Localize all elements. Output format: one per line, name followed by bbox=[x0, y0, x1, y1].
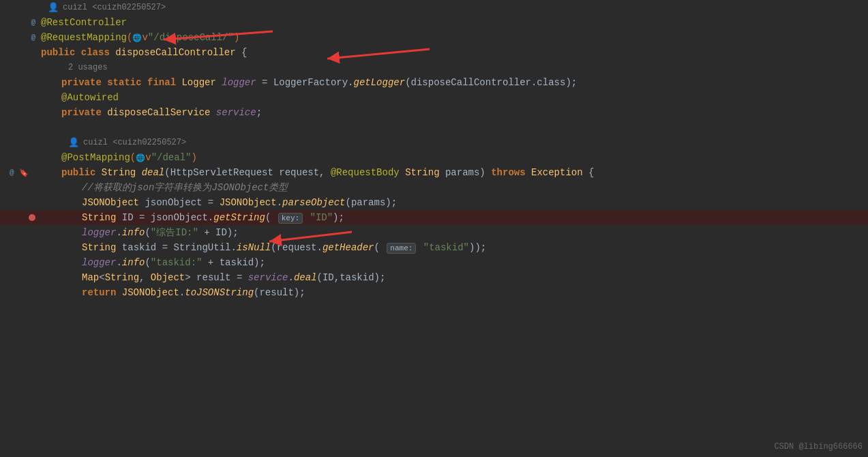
gutter-class-decl bbox=[0, 45, 41, 60]
code-editor: 👤 cuizl <cuizh02250527> @ @RestControlle… bbox=[0, 0, 868, 457]
code-logger: private static final Logger logger = Log… bbox=[41, 77, 868, 88]
gutter-rest-controller: @ bbox=[0, 15, 41, 30]
gutter-taskid bbox=[0, 240, 41, 255]
gutter-logger-info-id bbox=[0, 225, 41, 240]
line-service: private disposeCallService service; bbox=[0, 105, 868, 120]
user-annotation-1: 👤 cuizl <cuizh02250527> bbox=[0, 0, 868, 15]
code-return: return JSONObject.toJSONString(result); bbox=[41, 287, 868, 298]
gutter-map-result bbox=[0, 270, 41, 285]
code-logger-taskid: logger.info("taskid:" + taskid); bbox=[41, 257, 868, 268]
code-taskid: String taskid = StringUtil.isNull(reques… bbox=[41, 242, 868, 254]
gutter-comment bbox=[0, 180, 41, 195]
code-class-decl: public class disposeCallController { bbox=[41, 47, 868, 58]
line-request-mapping: @ @RequestMapping(🌐v"/disposeCall/") bbox=[0, 30, 868, 45]
gutter-json-object bbox=[0, 195, 41, 210]
breakpoint-dot bbox=[29, 214, 35, 221]
code-json-object: JSONObject jsonObject = JSONObject.parse… bbox=[41, 197, 868, 208]
line-autowired: @Autowired bbox=[0, 90, 868, 105]
gutter-deal-method: @ 🔖 bbox=[0, 165, 41, 180]
usages-line: 2 usages bbox=[0, 60, 868, 75]
line-deal-method: @ 🔖 public String deal(HttpServletReques… bbox=[0, 165, 868, 180]
line-logger: private static final Logger logger = Log… bbox=[0, 75, 868, 90]
gutter-post-mapping bbox=[0, 150, 41, 165]
annotation-rest-controller: @RestController bbox=[41, 17, 868, 28]
line-map-result: Map<String, Object> result = service.dea… bbox=[0, 270, 868, 285]
gutter-logger bbox=[0, 75, 41, 90]
annotation-post-mapping: @PostMapping(🌐v"/deal") bbox=[41, 152, 868, 163]
code-deal-method: public String deal(HttpServletRequest re… bbox=[41, 167, 868, 178]
line-taskid: String taskid = StringUtil.isNull(reques… bbox=[0, 240, 868, 255]
gutter-return bbox=[0, 285, 41, 300]
line-string-id: String ID = jsonObject.getString( key: "… bbox=[0, 210, 868, 225]
gutter-blank-1 bbox=[0, 120, 41, 135]
gutter-logger-taskid bbox=[0, 255, 41, 270]
code-service: private disposeCallService service; bbox=[41, 107, 868, 118]
gutter-autowired bbox=[0, 90, 41, 105]
line-post-mapping: @PostMapping(🌐v"/deal") bbox=[0, 150, 868, 165]
watermark: CSDN @libing666666 bbox=[774, 442, 863, 452]
gutter-service bbox=[0, 105, 41, 120]
annotation-request-mapping: @RequestMapping(🌐v"/disposeCall/") bbox=[41, 32, 868, 43]
line-rest-controller: @ @RestController bbox=[0, 15, 868, 30]
code-comment: //将获取的json字符串转换为JSONObject类型 bbox=[41, 181, 868, 194]
user-name-1: cuizl <cuizh02250527> bbox=[63, 3, 166, 12]
gutter-request-mapping: @ bbox=[0, 30, 41, 45]
line-logger-taskid: logger.info("taskid:" + taskid); bbox=[0, 255, 868, 270]
user-name-2: cuizl <cuizh02250527> bbox=[83, 138, 186, 147]
gutter-string-id bbox=[0, 210, 41, 225]
usages-count: 2 usages bbox=[68, 63, 108, 72]
user-annotation-2: 👤 cuizl <cuizh02250527> bbox=[0, 135, 868, 150]
line-logger-info-id: logger.info("综告ID:" + ID); bbox=[0, 225, 868, 240]
line-return: return JSONObject.toJSONString(result); bbox=[0, 285, 868, 300]
user-icon-2: 👤 bbox=[68, 137, 79, 148]
code-map-result: Map<String, Object> result = service.dea… bbox=[41, 272, 868, 283]
code-string-id: String ID = jsonObject.getString( key: "… bbox=[41, 212, 868, 224]
line-blank-1 bbox=[0, 120, 868, 135]
annotation-autowired: @Autowired bbox=[41, 92, 868, 103]
code-logger-info-id: logger.info("综告ID:" + ID); bbox=[41, 226, 868, 239]
line-json-object: JSONObject jsonObject = JSONObject.parse… bbox=[0, 195, 868, 210]
line-comment: //将获取的json字符串转换为JSONObject类型 bbox=[0, 180, 868, 195]
line-class-decl: public class disposeCallController { bbox=[0, 45, 868, 60]
user-icon-1: 👤 bbox=[48, 2, 59, 13]
